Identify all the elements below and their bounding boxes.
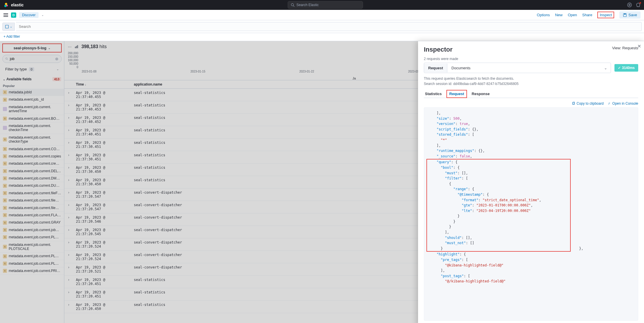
add-filter-button[interactable]: + Add filter bbox=[3, 35, 20, 39]
expand-icon[interactable]: › bbox=[64, 301, 73, 313]
field-item[interactable]: metadata.event.job.current.arrivedTime bbox=[0, 104, 64, 115]
field-type-icon: t bbox=[3, 254, 7, 258]
field-item[interactable]: tmetadata.event.job.current.DMCOLOR bbox=[0, 175, 64, 182]
expand-icon[interactable]: › bbox=[64, 188, 73, 201]
help-icon[interactable] bbox=[627, 3, 632, 7]
expand-icon[interactable]: › bbox=[64, 151, 73, 163]
close-icon[interactable]: ✕ bbox=[637, 43, 641, 49]
svg-rect-8 bbox=[624, 13, 626, 14]
field-type-icon: t bbox=[3, 228, 7, 232]
field-name-label: metadata.event.job.current.PLOTGRP bbox=[9, 235, 61, 239]
query-input[interactable] bbox=[16, 22, 642, 31]
open-in-console-button[interactable]: Open in Console bbox=[608, 101, 638, 106]
field-item[interactable]: tmetadata.event.job.current.fileSize bbox=[0, 204, 64, 212]
filter-icon bbox=[5, 25, 9, 29]
newsfeed-icon[interactable] bbox=[636, 3, 641, 7]
expand-icon[interactable]: › bbox=[64, 238, 73, 251]
expand-icon[interactable]: › bbox=[64, 201, 73, 213]
global-search-input[interactable]: Search Elastic bbox=[288, 1, 363, 9]
field-name-label: metadata.event.job.current.arrivedTime bbox=[9, 105, 51, 113]
new-link[interactable]: New bbox=[555, 13, 563, 17]
expand-icon[interactable]: › bbox=[64, 288, 73, 300]
view-selector[interactable]: View: Requests bbox=[612, 46, 638, 50]
expand-icon[interactable]: › bbox=[64, 276, 73, 288]
field-item[interactable]: tmetadata.event.job.current.PLOTSIZE bbox=[0, 253, 64, 260]
field-item[interactable]: tmetadata.event.job.current.copies bbox=[0, 153, 64, 160]
open-link[interactable]: Open bbox=[568, 13, 577, 17]
field-item[interactable]: metadata.event.job.current.checkinTime bbox=[0, 122, 64, 134]
expand-icon[interactable]: › bbox=[64, 114, 73, 126]
field-item[interactable]: tmetadata.event.job.current.DELTYPE bbox=[0, 168, 64, 175]
available-fields-header[interactable]: ⌄Available fields 413 bbox=[0, 75, 64, 83]
more-options-icon[interactable]: ⋯ bbox=[68, 45, 72, 49]
search-icon bbox=[6, 57, 8, 61]
notification-dot bbox=[639, 2, 641, 4]
field-item[interactable]: tmetadata.event.job.current.checkinType bbox=[0, 134, 64, 146]
app-badge[interactable]: D bbox=[11, 12, 16, 18]
field-item[interactable]: tmetadata.event.job.current.FLAGPAGE bbox=[0, 212, 64, 219]
expand-icon[interactable]: › bbox=[64, 176, 73, 188]
request-selector-label: Request bbox=[424, 63, 447, 72]
expand-icon[interactable]: › bbox=[64, 226, 73, 238]
expand-icon[interactable]: › bbox=[64, 101, 73, 113]
field-name-label: metadata.event.job.current.PLOTTYPE bbox=[9, 262, 61, 266]
save-icon bbox=[623, 13, 627, 17]
app-name-button[interactable]: Discover bbox=[19, 12, 39, 18]
field-name-label: metadata.event.job.current.creator bbox=[9, 162, 61, 166]
field-name-label: metadata.event.job.current.FLAGPAGE bbox=[9, 213, 61, 217]
expand-icon[interactable]: › bbox=[64, 213, 73, 226]
field-name-label: metadata.event.job.current.PLOTSIZE bbox=[9, 254, 61, 258]
svg-rect-13 bbox=[76, 46, 77, 48]
field-item[interactable]: tmetadata.event.job.current.COLLATE bbox=[0, 146, 64, 153]
save-button[interactable]: Save bbox=[619, 11, 641, 19]
copy-to-clipboard-button[interactable]: Copy to clipboard bbox=[572, 101, 603, 106]
share-link[interactable]: Share bbox=[582, 13, 592, 17]
expand-icon[interactable]: › bbox=[64, 251, 73, 263]
field-type-icon: t bbox=[3, 169, 7, 173]
inspect-link[interactable]: Inspect bbox=[597, 12, 614, 18]
time-column-header[interactable]: Time↓ bbox=[73, 80, 131, 88]
row-time: Apr 19, 2023 @ 21:37:20.451 bbox=[73, 288, 131, 300]
request-json-code[interactable]: ], "size": 500, "version": true, "script… bbox=[424, 107, 638, 321]
field-item[interactable]: tmetadata.event.job.current.PLOTGRP bbox=[0, 234, 64, 241]
brand-logo[interactable]: elastic bbox=[3, 2, 24, 8]
field-type-icon: t bbox=[3, 245, 7, 249]
svg-rect-12 bbox=[75, 47, 76, 48]
expand-icon[interactable]: › bbox=[64, 139, 73, 151]
saved-query-button[interactable]: ⌄ bbox=[2, 23, 15, 31]
global-search-placeholder: Search Elastic bbox=[296, 3, 319, 7]
global-search: Search Elastic bbox=[24, 1, 627, 9]
expand-icon[interactable]: › bbox=[64, 164, 73, 176]
field-item[interactable]: tmetadata.event.job.current.BOOKLET bbox=[0, 115, 64, 122]
filter-by-type[interactable]: Filter by type 0 ⌄ bbox=[2, 65, 62, 73]
tab-request[interactable]: Request bbox=[446, 90, 467, 98]
field-name-label: metadata.event.job.current.PLOTSCALE bbox=[9, 243, 51, 251]
field-item[interactable]: tmetadata.event.job.current.DUPLEX bbox=[0, 182, 64, 189]
tab-statistics[interactable]: Statistics bbox=[424, 90, 443, 98]
nav-toggle-icon[interactable] bbox=[3, 13, 8, 17]
field-item[interactable]: tmetadata.event.job._id bbox=[0, 96, 64, 103]
field-item[interactable]: tmetadata.event.job.current.jobName bbox=[0, 226, 64, 234]
field-search-input[interactable] bbox=[10, 57, 53, 61]
field-item[interactable]: tmetadata.event.job.current.fileFormat bbox=[0, 190, 64, 197]
chevron-down-icon[interactable]: ⌄ bbox=[41, 13, 44, 17]
field-item[interactable]: tmetadata.event.job.current.PLOTTYPE bbox=[0, 260, 64, 267]
tab-response[interactable]: Response bbox=[470, 90, 491, 98]
field-item[interactable]: tmetadata.event.job.current.PLOTSCALE bbox=[0, 241, 64, 253]
field-item[interactable]: tmetadata.event.job.current.PRINTAREA bbox=[0, 267, 64, 275]
field-item[interactable]: t metadata.jobId bbox=[0, 89, 64, 96]
field-item[interactable]: tmetadata.event.job.current.fileName bbox=[0, 197, 64, 204]
expand-icon[interactable]: › bbox=[64, 89, 73, 101]
field-type-icon: t bbox=[3, 213, 7, 217]
expand-icon[interactable]: › bbox=[64, 263, 73, 275]
field-item[interactable]: tmetadata.event.job.current.creator bbox=[0, 160, 64, 167]
request-selector[interactable]: Request Documents ⌄ bbox=[424, 63, 611, 73]
expand-icon[interactable]: › bbox=[64, 126, 73, 138]
chart-toggle-icon[interactable] bbox=[74, 45, 79, 49]
svg-point-6 bbox=[629, 4, 630, 6]
index-pattern-selector[interactable]: seal-plossys-5-log ⌄ bbox=[2, 43, 62, 52]
clear-icon[interactable]: ⊗ bbox=[55, 57, 59, 61]
request-select-row: Request Documents ⌄ ✓ 3140ms bbox=[424, 63, 638, 73]
field-item[interactable]: tmetadata.event.job.current.GRAY bbox=[0, 219, 64, 226]
options-link[interactable]: Options bbox=[537, 13, 550, 17]
